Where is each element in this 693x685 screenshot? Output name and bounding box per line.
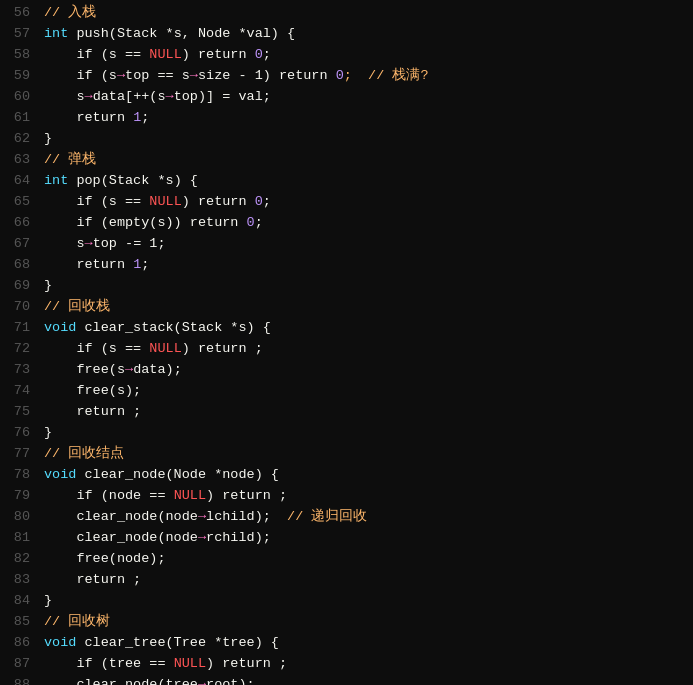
line-number: 77 <box>0 443 30 464</box>
line-number: 60 <box>0 86 30 107</box>
code-line: void clear_tree(Tree *tree) { <box>44 632 693 653</box>
token-null-kw: NULL <box>149 341 181 356</box>
line-number: 84 <box>0 590 30 611</box>
token-plain: ) return <box>182 47 255 62</box>
token-cm: // 回收栈 <box>44 299 110 314</box>
code-line: // 弹栈 <box>44 149 693 170</box>
line-number: 75 <box>0 401 30 422</box>
token-plain: top)] = val; <box>174 89 271 104</box>
code-line: clear_node(node→rchild); <box>44 527 693 548</box>
token-ret-num: 0 <box>247 215 255 230</box>
token-plain: clear_stack(Stack *s) { <box>76 320 270 335</box>
line-number: 73 <box>0 359 30 380</box>
line-number: 86 <box>0 632 30 653</box>
token-plain: ) return ; <box>182 341 263 356</box>
line-number: 78 <box>0 464 30 485</box>
token-plain: return ; <box>44 572 141 587</box>
token-plain: clear_node(node <box>44 530 198 545</box>
token-plain: clear_node(tree <box>44 677 198 685</box>
token-plain: clear_node(Node *node) { <box>76 467 279 482</box>
code-line: // 回收栈 <box>44 296 693 317</box>
token-plain: if (s == <box>44 194 149 209</box>
code-line: return ; <box>44 401 693 422</box>
line-number: 72 <box>0 338 30 359</box>
token-cm: // 入栈 <box>44 5 96 20</box>
line-number: 83 <box>0 569 30 590</box>
line-number: 64 <box>0 170 30 191</box>
line-number: 58 <box>0 44 30 65</box>
token-plain: ; <box>255 215 263 230</box>
token-plain: ; <box>263 194 271 209</box>
token-plain: } <box>44 278 52 293</box>
code-line: s→data[++(s→top)] = val; <box>44 86 693 107</box>
token-plain: data[++(s <box>93 89 166 104</box>
token-plain: return <box>44 257 133 272</box>
token-plain: root); <box>206 677 255 685</box>
code-line: free(s→data); <box>44 359 693 380</box>
line-number: 61 <box>0 107 30 128</box>
token-plain: ) return ; <box>206 656 287 671</box>
line-number: 85 <box>0 611 30 632</box>
token-plain: if (s == <box>44 341 149 356</box>
token-plain: } <box>44 593 52 608</box>
token-plain: lchild); <box>206 509 271 524</box>
token-arrow: → <box>166 89 174 104</box>
line-number: 59 <box>0 65 30 86</box>
token-null-kw: NULL <box>149 194 181 209</box>
token-arrow: → <box>117 68 125 83</box>
token-plain: s <box>44 89 85 104</box>
token-plain: top -= 1; <box>93 236 166 251</box>
token-plain: free(node); <box>44 551 166 566</box>
token-plain: free(s); <box>44 383 141 398</box>
token-arrow: → <box>198 509 206 524</box>
token-plain: push(Stack *s, Node *val) { <box>68 26 295 41</box>
line-number: 69 <box>0 275 30 296</box>
token-plain: if (node == <box>44 488 174 503</box>
token-plain: return <box>44 110 133 125</box>
code-line: // 入栈 <box>44 2 693 23</box>
token-cm: // 回收结点 <box>44 446 124 461</box>
token-ret-num: 0 <box>255 47 263 62</box>
token-plain: top == s <box>125 68 190 83</box>
code-line: return ; <box>44 569 693 590</box>
token-plain: if (s == <box>44 47 149 62</box>
code-line: // 回收结点 <box>44 443 693 464</box>
line-number: 67 <box>0 233 30 254</box>
code-line: } <box>44 128 693 149</box>
token-arrow: → <box>85 236 93 251</box>
code-line: if (tree == NULL) return ; <box>44 653 693 674</box>
token-plain: if (tree == <box>44 656 174 671</box>
token-kw: int <box>44 173 68 188</box>
token-kw: void <box>44 467 76 482</box>
token-plain: ; <box>141 110 149 125</box>
code-line: // 回收树 <box>44 611 693 632</box>
code-line: if (node == NULL) return ; <box>44 485 693 506</box>
code-line: if (s→top == s→size - 1) return 0; // 栈满… <box>44 65 693 86</box>
token-kw: void <box>44 635 76 650</box>
token-plain: } <box>44 131 52 146</box>
code-line: } <box>44 275 693 296</box>
token-plain: ) return ; <box>206 488 287 503</box>
code-line: void clear_node(Node *node) { <box>44 464 693 485</box>
token-plain: return ; <box>44 404 141 419</box>
token-plain: ; <box>141 257 149 272</box>
token-kw: void <box>44 320 76 335</box>
line-number: 57 <box>0 23 30 44</box>
line-number: 79 <box>0 485 30 506</box>
token-arrow: → <box>198 530 206 545</box>
token-plain: if (s <box>44 68 117 83</box>
code-content: // 入栈int push(Stack *s, Node *val) { if … <box>38 0 693 685</box>
token-plain: pop(Stack *s) { <box>68 173 198 188</box>
token-cm: // 弹栈 <box>44 152 96 167</box>
token-plain: } <box>44 425 52 440</box>
token-plain: clear_tree(Tree *tree) { <box>76 635 279 650</box>
line-number: 66 <box>0 212 30 233</box>
token-plain: rchild); <box>206 530 271 545</box>
line-number: 62 <box>0 128 30 149</box>
token-arrow: → <box>190 68 198 83</box>
code-editor: 5657585960616263646566676869707172737475… <box>0 0 693 685</box>
line-number: 74 <box>0 380 30 401</box>
code-line: void clear_stack(Stack *s) { <box>44 317 693 338</box>
token-arrow: → <box>198 677 206 685</box>
code-line: clear_node(node→lchild); // 递归回收 <box>44 506 693 527</box>
